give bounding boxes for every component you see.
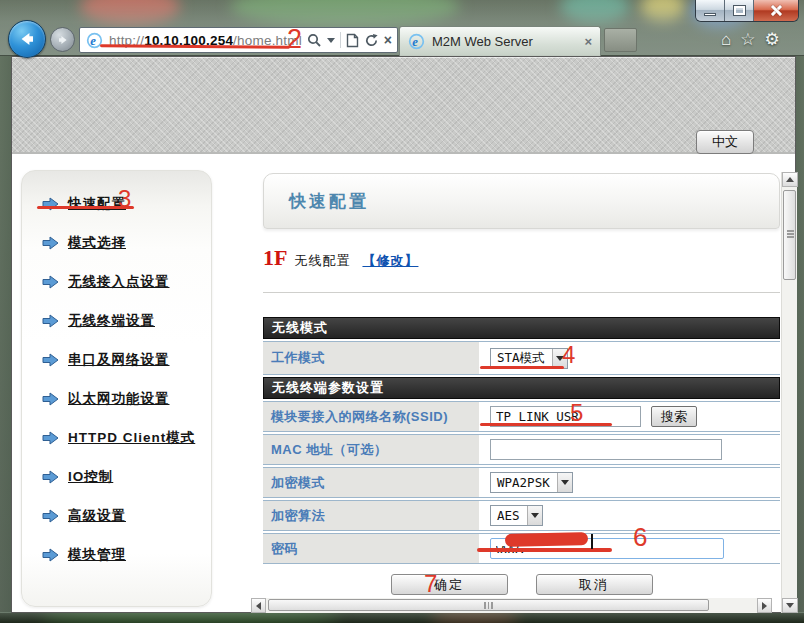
vertical-scrollbar-thumb[interactable] [783, 190, 796, 280]
arrow-icon [42, 392, 59, 406]
tab-close-icon[interactable]: × [584, 34, 592, 49]
vertical-scrollbar[interactable] [781, 172, 797, 613]
modify-link[interactable]: 【修改】 [362, 252, 418, 270]
sidebar-item-label: 模式选择 [68, 234, 126, 252]
search-ssid-button[interactable]: 搜索 [651, 406, 697, 427]
url-text: http://10.10.100.254/home.html [109, 33, 302, 48]
forward-arrow-icon [55, 32, 71, 48]
ssid-input[interactable] [490, 406, 641, 427]
arrow-icon [42, 314, 59, 328]
new-tab-button[interactable] [604, 28, 637, 52]
sidebar-item-io-control[interactable]: IO控制 [42, 466, 211, 488]
sidebar-item-ap-settings[interactable]: 无线接入点设置 [42, 271, 211, 293]
sidebar-item-httpd-client[interactable]: HTTPD Client模式 [42, 427, 211, 449]
chevron-down-icon[interactable] [527, 506, 542, 525]
arrow-icon [42, 509, 59, 523]
url-path: /home.html [233, 33, 302, 48]
text-caret [591, 534, 593, 549]
browser-tab[interactable]: e M2M Web Server × [399, 26, 601, 56]
page-title: 快速配置 [289, 190, 369, 213]
sidebar-item-quick-config[interactable]: 快速配置 [42, 193, 211, 215]
sidebar-item-label: 模块管理 [68, 546, 126, 564]
favorites-star-icon[interactable]: ☆ [740, 29, 755, 51]
sidebar-item-ethernet[interactable]: 以太网功能设置 [42, 388, 211, 410]
sidebar-item-module-management[interactable]: 模块管理 [42, 544, 211, 566]
row-value: AES [484, 501, 780, 530]
sidebar-item-label: HTTPD Client模式 [68, 429, 195, 447]
row-value: 搜索 [484, 402, 780, 431]
page-viewport: 中文 快速配置 模式选择 无线接入点设置 无线终端设置 串口及网络设置 [11, 56, 796, 613]
divider [263, 292, 780, 293]
chevron-down-icon[interactable] [557, 473, 572, 492]
screenshot-root: e http://10.10.100.254/home.html × e [0, 0, 804, 623]
row-label: 加密算法 [263, 501, 484, 530]
work-mode-selected-value: STA模式 [497, 350, 545, 367]
scroll-up-button[interactable] [782, 172, 798, 187]
sidebar-item-mode-select[interactable]: 模式选择 [42, 232, 211, 254]
arrow-icon [42, 548, 59, 562]
sidebar-item-label: 串口及网络设置 [68, 351, 170, 369]
work-mode-select[interactable]: STA模式 [490, 348, 568, 369]
password-input[interactable] [490, 538, 724, 559]
search-dropdown-icon[interactable] [327, 38, 335, 47]
maximize-button[interactable] [725, 0, 754, 21]
row-value: WPA2PSK [484, 468, 780, 497]
forward-button[interactable] [50, 27, 75, 52]
table-row-encryption-algorithm: 加密算法 AES [263, 500, 780, 531]
divider [340, 32, 341, 48]
close-button[interactable] [754, 0, 798, 21]
arrow-icon [42, 236, 59, 250]
triangle-up-icon [786, 173, 794, 182]
arrow-icon [42, 353, 59, 367]
sidebar-item-advanced[interactable]: 高级设置 [42, 505, 211, 527]
window-controls [695, 0, 799, 22]
stop-icon[interactable]: × [384, 33, 392, 47]
encryption-mode-selected-value: WPA2PSK [497, 475, 550, 490]
browser-toolbar-icons: ⌂ ☆ ⚙ [721, 29, 780, 51]
sidebar-item-label: 无线终端设置 [68, 312, 155, 330]
home-icon[interactable]: ⌂ [721, 29, 731, 51]
minimize-button[interactable] [696, 0, 725, 21]
maximize-icon [734, 6, 745, 15]
horizontal-scrollbar-thumb[interactable] [268, 599, 709, 611]
scroll-down-button[interactable] [782, 598, 798, 613]
sidebar-item-label: IO控制 [68, 468, 113, 486]
sidebar-item-sta-settings[interactable]: 无线终端设置 [42, 310, 211, 332]
row-label: 密码 [263, 534, 484, 563]
triangle-left-icon [252, 602, 261, 610]
section-heading: 1F 无线配置 【修改】 [263, 245, 780, 273]
address-bar[interactable]: e http://10.10.100.254/home.html × [79, 27, 398, 53]
encryption-mode-select[interactable]: WPA2PSK [490, 472, 573, 493]
window-border-left [0, 56, 11, 613]
arrow-icon [42, 470, 59, 484]
sidebar-item-label: 快速配置 [68, 195, 126, 213]
language-button[interactable]: 中文 [696, 130, 754, 154]
row-label: 模块要接入的网络名称(SSID) [263, 402, 484, 431]
cancel-button[interactable]: 取消 [536, 574, 653, 595]
table-row-encryption-mode: 加密模式 WPA2PSK [263, 467, 780, 498]
back-button[interactable] [8, 20, 46, 58]
sidebar-item-label: 以太网功能设置 [68, 390, 170, 408]
compatibility-view-icon[interactable] [346, 33, 359, 48]
scroll-left-button[interactable] [251, 598, 266, 613]
arrow-icon [42, 275, 59, 289]
mac-address-input[interactable] [490, 439, 722, 460]
chevron-down-icon[interactable] [552, 349, 567, 368]
section-marker: 1F [263, 245, 287, 271]
svg-text:e: e [412, 35, 418, 49]
horizontal-scrollbar[interactable] [251, 598, 772, 613]
encryption-algorithm-select[interactable]: AES [490, 505, 543, 526]
refresh-icon[interactable] [364, 33, 379, 48]
ie-icon: e [86, 32, 103, 49]
scroll-right-button[interactable] [757, 598, 772, 613]
row-label: 工作模式 [263, 342, 484, 374]
table-row-password: 密码 [263, 533, 780, 564]
address-bar-icons: × [307, 32, 392, 48]
row-label: MAC 地址（可选） [263, 435, 484, 464]
search-icon[interactable] [307, 33, 322, 48]
arrow-icon [42, 197, 59, 211]
sidebar-item-serial-network[interactable]: 串口及网络设置 [42, 349, 211, 371]
section-title: 无线配置 [294, 252, 350, 270]
settings-gear-icon[interactable]: ⚙ [765, 29, 780, 51]
confirm-button[interactable]: 确定 [391, 574, 508, 595]
